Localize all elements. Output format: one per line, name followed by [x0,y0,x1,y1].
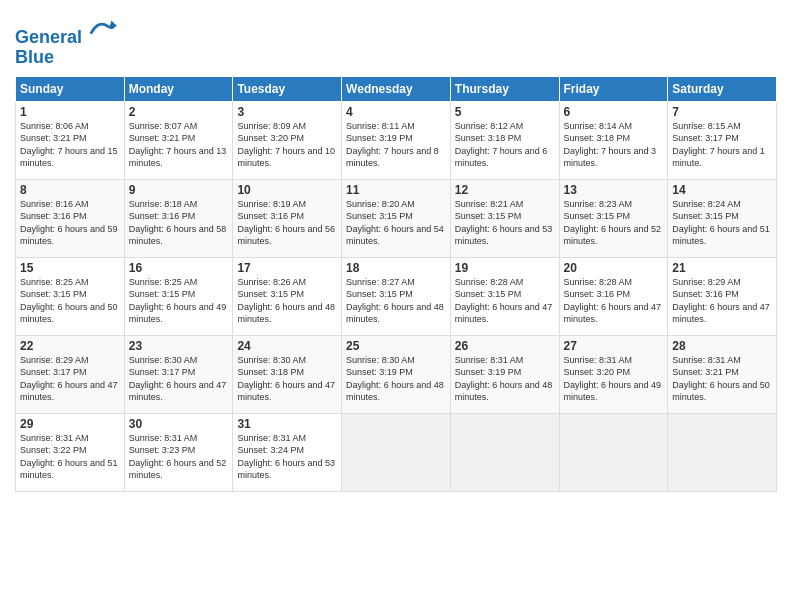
calendar-cell: 16Sunrise: 8:25 AMSunset: 3:15 PMDayligh… [124,257,233,335]
day-number: 16 [129,261,229,275]
day-info: Sunrise: 8:29 AMSunset: 3:16 PMDaylight:… [672,276,772,326]
day-info: Sunrise: 8:12 AMSunset: 3:18 PMDaylight:… [455,120,555,170]
calendar-cell: 27Sunrise: 8:31 AMSunset: 3:20 PMDayligh… [559,335,668,413]
day-info: Sunrise: 8:27 AMSunset: 3:15 PMDaylight:… [346,276,446,326]
calendar-cell [342,413,451,491]
calendar-cell: 8Sunrise: 8:16 AMSunset: 3:16 PMDaylight… [16,179,125,257]
calendar-cell: 11Sunrise: 8:20 AMSunset: 3:15 PMDayligh… [342,179,451,257]
day-number: 17 [237,261,337,275]
day-number: 22 [20,339,120,353]
day-info: Sunrise: 8:15 AMSunset: 3:17 PMDaylight:… [672,120,772,170]
calendar-cell: 18Sunrise: 8:27 AMSunset: 3:15 PMDayligh… [342,257,451,335]
day-number: 8 [20,183,120,197]
calendar-week-row: 8Sunrise: 8:16 AMSunset: 3:16 PMDaylight… [16,179,777,257]
calendar-week-row: 15Sunrise: 8:25 AMSunset: 3:15 PMDayligh… [16,257,777,335]
day-number: 15 [20,261,120,275]
day-info: Sunrise: 8:11 AMSunset: 3:19 PMDaylight:… [346,120,446,170]
day-number: 20 [564,261,664,275]
calendar-cell: 19Sunrise: 8:28 AMSunset: 3:15 PMDayligh… [450,257,559,335]
day-info: Sunrise: 8:31 AMSunset: 3:22 PMDaylight:… [20,432,120,482]
day-number: 24 [237,339,337,353]
day-info: Sunrise: 8:29 AMSunset: 3:17 PMDaylight:… [20,354,120,404]
calendar-cell: 3Sunrise: 8:09 AMSunset: 3:20 PMDaylight… [233,101,342,179]
day-number: 18 [346,261,446,275]
day-info: Sunrise: 8:31 AMSunset: 3:24 PMDaylight:… [237,432,337,482]
calendar-cell [450,413,559,491]
day-info: Sunrise: 8:26 AMSunset: 3:15 PMDaylight:… [237,276,337,326]
calendar-cell: 5Sunrise: 8:12 AMSunset: 3:18 PMDaylight… [450,101,559,179]
day-info: Sunrise: 8:25 AMSunset: 3:15 PMDaylight:… [129,276,229,326]
day-info: Sunrise: 8:31 AMSunset: 3:21 PMDaylight:… [672,354,772,404]
weekday-header: Thursday [450,76,559,101]
day-info: Sunrise: 8:16 AMSunset: 3:16 PMDaylight:… [20,198,120,248]
logo-text: General [15,15,117,48]
day-number: 31 [237,417,337,431]
day-number: 2 [129,105,229,119]
day-info: Sunrise: 8:28 AMSunset: 3:15 PMDaylight:… [455,276,555,326]
weekday-header: Tuesday [233,76,342,101]
logo-general: General [15,27,82,47]
day-info: Sunrise: 8:23 AMSunset: 3:15 PMDaylight:… [564,198,664,248]
header: General Blue [15,10,777,68]
day-info: Sunrise: 8:21 AMSunset: 3:15 PMDaylight:… [455,198,555,248]
logo-blue: Blue [15,48,117,68]
calendar-cell: 28Sunrise: 8:31 AMSunset: 3:21 PMDayligh… [668,335,777,413]
weekday-header: Saturday [668,76,777,101]
day-info: Sunrise: 8:06 AMSunset: 3:21 PMDaylight:… [20,120,120,170]
day-number: 10 [237,183,337,197]
weekday-header: Wednesday [342,76,451,101]
day-number: 27 [564,339,664,353]
day-number: 25 [346,339,446,353]
calendar-cell: 7Sunrise: 8:15 AMSunset: 3:17 PMDaylight… [668,101,777,179]
day-info: Sunrise: 8:28 AMSunset: 3:16 PMDaylight:… [564,276,664,326]
day-info: Sunrise: 8:24 AMSunset: 3:15 PMDaylight:… [672,198,772,248]
calendar-body: 1Sunrise: 8:06 AMSunset: 3:21 PMDaylight… [16,101,777,491]
day-number: 9 [129,183,229,197]
calendar-cell: 10Sunrise: 8:19 AMSunset: 3:16 PMDayligh… [233,179,342,257]
day-number: 28 [672,339,772,353]
calendar-cell: 12Sunrise: 8:21 AMSunset: 3:15 PMDayligh… [450,179,559,257]
day-number: 5 [455,105,555,119]
calendar-cell: 9Sunrise: 8:18 AMSunset: 3:16 PMDaylight… [124,179,233,257]
day-number: 29 [20,417,120,431]
calendar-week-row: 22Sunrise: 8:29 AMSunset: 3:17 PMDayligh… [16,335,777,413]
day-number: 4 [346,105,446,119]
calendar-cell: 20Sunrise: 8:28 AMSunset: 3:16 PMDayligh… [559,257,668,335]
weekday-header: Friday [559,76,668,101]
day-info: Sunrise: 8:30 AMSunset: 3:19 PMDaylight:… [346,354,446,404]
calendar-cell: 29Sunrise: 8:31 AMSunset: 3:22 PMDayligh… [16,413,125,491]
calendar-cell: 2Sunrise: 8:07 AMSunset: 3:21 PMDaylight… [124,101,233,179]
calendar-cell: 25Sunrise: 8:30 AMSunset: 3:19 PMDayligh… [342,335,451,413]
calendar-cell: 23Sunrise: 8:30 AMSunset: 3:17 PMDayligh… [124,335,233,413]
day-info: Sunrise: 8:30 AMSunset: 3:18 PMDaylight:… [237,354,337,404]
day-number: 19 [455,261,555,275]
calendar-cell: 26Sunrise: 8:31 AMSunset: 3:19 PMDayligh… [450,335,559,413]
day-number: 23 [129,339,229,353]
calendar-header-row: SundayMondayTuesdayWednesdayThursdayFrid… [16,76,777,101]
day-info: Sunrise: 8:30 AMSunset: 3:17 PMDaylight:… [129,354,229,404]
calendar-cell: 1Sunrise: 8:06 AMSunset: 3:21 PMDaylight… [16,101,125,179]
calendar-table: SundayMondayTuesdayWednesdayThursdayFrid… [15,76,777,492]
day-info: Sunrise: 8:14 AMSunset: 3:18 PMDaylight:… [564,120,664,170]
day-number: 21 [672,261,772,275]
day-info: Sunrise: 8:20 AMSunset: 3:15 PMDaylight:… [346,198,446,248]
calendar-week-row: 1Sunrise: 8:06 AMSunset: 3:21 PMDaylight… [16,101,777,179]
calendar-cell: 4Sunrise: 8:11 AMSunset: 3:19 PMDaylight… [342,101,451,179]
calendar-cell: 6Sunrise: 8:14 AMSunset: 3:18 PMDaylight… [559,101,668,179]
calendar-cell: 31Sunrise: 8:31 AMSunset: 3:24 PMDayligh… [233,413,342,491]
weekday-header: Sunday [16,76,125,101]
day-number: 30 [129,417,229,431]
calendar-cell [668,413,777,491]
calendar-cell: 22Sunrise: 8:29 AMSunset: 3:17 PMDayligh… [16,335,125,413]
day-info: Sunrise: 8:31 AMSunset: 3:20 PMDaylight:… [564,354,664,404]
calendar-week-row: 29Sunrise: 8:31 AMSunset: 3:22 PMDayligh… [16,413,777,491]
day-number: 14 [672,183,772,197]
day-number: 12 [455,183,555,197]
calendar-cell: 24Sunrise: 8:30 AMSunset: 3:18 PMDayligh… [233,335,342,413]
weekday-header: Monday [124,76,233,101]
day-info: Sunrise: 8:31 AMSunset: 3:23 PMDaylight:… [129,432,229,482]
day-number: 1 [20,105,120,119]
day-info: Sunrise: 8:07 AMSunset: 3:21 PMDaylight:… [129,120,229,170]
day-number: 26 [455,339,555,353]
day-info: Sunrise: 8:18 AMSunset: 3:16 PMDaylight:… [129,198,229,248]
